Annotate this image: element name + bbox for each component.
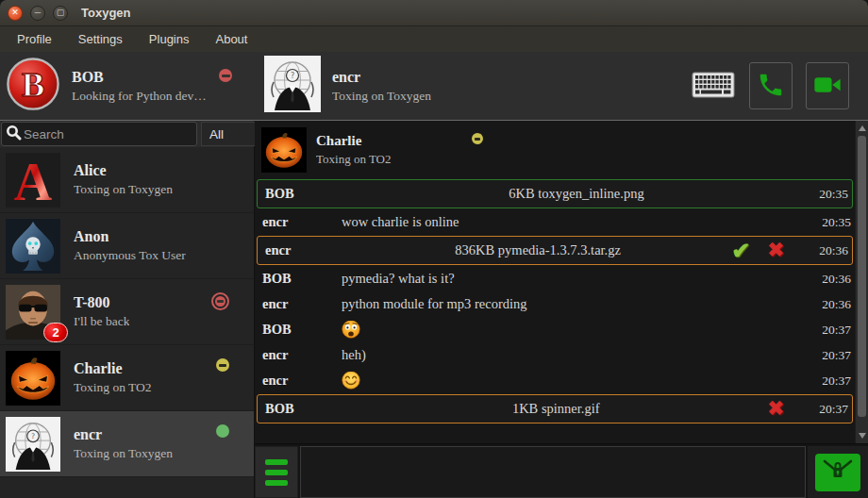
chat-scrollbar[interactable]: [855, 121, 868, 443]
message-row: encrpython module for mp3 recording20:36: [255, 291, 855, 317]
peer-status-message: Toxing on Toxygen: [332, 89, 431, 104]
contact-status-message: Toxing on Toxygen: [74, 182, 173, 197]
send-area: [808, 446, 868, 498]
contact-filter-value: All: [209, 127, 224, 141]
keyboard-icon: [692, 72, 735, 101]
self-avatar: B: [6, 57, 60, 115]
message-time: 20:36: [811, 297, 855, 312]
svg-text:A: A: [14, 153, 53, 208]
contact-item-alice[interactable]: AAliceToxing on Toxygen: [0, 147, 254, 213]
contact-status-message: Toxing on Toxygen: [74, 446, 173, 461]
message-time: 20:36: [811, 272, 855, 287]
message-row: encrwow charlie is online20:35: [255, 209, 855, 235]
screen-keyboard-button[interactable]: [691, 70, 736, 102]
header-row: B BOB Looking for Python dev… ? encr Tox…: [0, 52, 868, 121]
contact-name: T-800: [74, 294, 129, 311]
search-input[interactable]: [22, 126, 192, 142]
peer-avatar: ?: [264, 56, 321, 116]
message-time: 20:35: [811, 215, 855, 230]
message-list: BOB6KB toxygen_inline.png20:35encrwow ch…: [255, 178, 855, 424]
contact-list: AAliceToxing on Toxygen AnonAnonymous To…: [0, 147, 254, 498]
message-time: 20:37: [811, 323, 855, 338]
chat-peer-header: ? encr Toxing on Toxygen: [255, 52, 868, 120]
status-busy-unread-icon: [211, 292, 229, 310]
titlebar: ✕ ─ ▢ Toxygen: [0, 0, 868, 26]
avatar: 2: [6, 285, 60, 340]
avatar: A: [6, 153, 60, 208]
message-time: 20:37: [811, 374, 855, 389]
message-text: heh): [342, 347, 811, 363]
menu-about[interactable]: About: [202, 28, 260, 50]
contact-name: Charlie: [74, 360, 152, 377]
window-minimize-button[interactable]: ─: [30, 6, 45, 21]
message-sender: encr: [255, 214, 342, 230]
context-contact-avatar: [261, 127, 307, 173]
self-profile[interactable]: B BOB Looking for Python dev…: [0, 52, 255, 120]
smileys-menu-icon: [265, 459, 288, 465]
scroll-up-arrow[interactable]: [856, 123, 868, 134]
message-sender: BOB: [255, 322, 342, 338]
chat-panel: Charlie Toxing on TO2 BOB6KB toxygen_inl…: [255, 121, 868, 498]
message-row: encrheh)20:37: [255, 342, 855, 368]
message-sender: BOB: [255, 271, 342, 287]
scrollbar-thumb[interactable]: [858, 136, 866, 417]
contact-item-anon[interactable]: AnonAnonymous Tox User: [0, 213, 254, 279]
message-text: pymedia? what is it?: [342, 271, 811, 287]
window-close-button[interactable]: ✕: [8, 6, 23, 21]
call-toolbar: [691, 62, 859, 109]
file-transfer-row: BOB6KB toxygen_inline.png20:35: [257, 179, 853, 208]
message-row: BOBpymedia? what is it?20:36: [255, 266, 855, 291]
contact-item-t-800[interactable]: 2T-800I'll be back: [0, 279, 254, 345]
message-time: 20:37: [811, 348, 855, 363]
message-time: 20:36: [809, 243, 852, 258]
search-icon: [6, 124, 22, 144]
smileys-menu-button[interactable]: [255, 446, 298, 498]
self-status-busy-icon: [219, 69, 232, 82]
decline-file-icon[interactable]: ✖: [767, 399, 784, 419]
phone-icon: [757, 71, 785, 102]
chat-context-contact: Charlie Toxing on TO2: [257, 124, 855, 176]
contact-status-message: Anonymous Tox User: [74, 248, 186, 263]
send-button[interactable]: [815, 454, 860, 491]
svg-text:?: ?: [31, 432, 35, 440]
shocked-emoji: [342, 321, 811, 339]
message-sender: encr: [255, 373, 342, 389]
chat-history: Charlie Toxing on TO2 BOB6KB toxygen_inl…: [255, 121, 868, 443]
window-maximize-button[interactable]: ▢: [53, 6, 68, 21]
video-call-button[interactable]: [806, 62, 849, 109]
file-transfer-actions: ✖: [767, 399, 784, 419]
self-status-message: Looking for Python dev…: [72, 89, 207, 104]
menu-plugins[interactable]: Plugins: [136, 28, 203, 50]
composer: [255, 443, 868, 498]
send-icon: [822, 458, 854, 486]
context-contact-name: Charlie: [316, 133, 472, 149]
message-sender: encr: [258, 242, 344, 258]
contacts-panel: All AAliceToxing on Toxygen AnonAnonymou…: [0, 121, 255, 498]
accept-file-icon[interactable]: ✔: [731, 240, 750, 262]
scroll-down-arrow[interactable]: [856, 430, 868, 441]
context-contact-away-icon: [472, 133, 483, 144]
menu-settings[interactable]: Settings: [65, 28, 136, 50]
video-camera-icon: [812, 73, 843, 100]
svg-text:B: B: [22, 65, 45, 104]
status-away-icon: [216, 358, 229, 372]
contact-name: encr: [74, 426, 173, 443]
message-sender: BOB: [258, 186, 344, 202]
context-contact-status-message: Toxing on TO2: [316, 152, 458, 167]
decline-file-icon[interactable]: ✖: [767, 241, 784, 260]
contact-item-encr[interactable]: ? encrToxing on Toxygen: [0, 411, 254, 477]
search-row: All: [0, 121, 254, 147]
search-box: [1, 122, 197, 146]
smile-emoji: [342, 372, 811, 390]
menu-profile[interactable]: Profile: [4, 28, 65, 50]
message-input[interactable]: [300, 446, 806, 498]
avatar: ?: [6, 417, 60, 472]
file-transfer-label: 6KB toxygen_inline.png: [344, 186, 809, 202]
status-online-icon: [216, 424, 229, 438]
file-transfer-label: 1KB spinner.gif: [344, 401, 767, 417]
message-text: wow charlie is online: [342, 214, 811, 230]
audio-call-button[interactable]: [749, 62, 793, 109]
window-title: Toxygen: [81, 6, 131, 20]
svg-text:?: ?: [291, 72, 294, 80]
contact-item-charlie[interactable]: CharlieToxing on TO2: [0, 345, 254, 411]
